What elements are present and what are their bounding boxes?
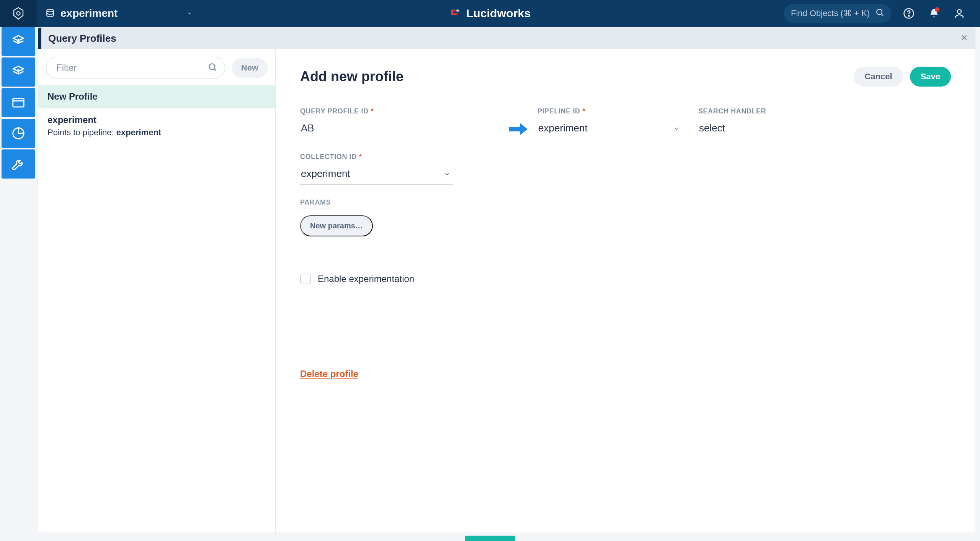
divider — [300, 258, 951, 258]
rail-collections[interactable] — [2, 88, 35, 117]
rail-ingest[interactable] — [2, 27, 35, 56]
sidebar: New New Profile experiment Points to pip… — [38, 49, 276, 533]
label-text: PIPELINE ID — [537, 107, 580, 115]
profile-list: New Profile experiment Points to pipelin… — [38, 84, 275, 144]
search-icon — [875, 8, 884, 19]
filter-input[interactable] — [46, 57, 225, 79]
query-profile-id-input[interactable] — [300, 119, 499, 139]
layers-down-icon — [11, 34, 26, 49]
left-rail — [0, 27, 37, 180]
topbar: experiment Lucidworks Find Objects (⌘ + … — [0, 0, 980, 27]
notification-dot-icon — [935, 7, 939, 12]
app-root: experiment Lucidworks Find Objects (⌘ + … — [0, 0, 980, 541]
product-logo[interactable] — [0, 0, 37, 27]
panel-header: Query Profiles — [38, 28, 975, 49]
account-button[interactable] — [952, 6, 967, 21]
form-row-1: QUERY PROFILE ID* PIPELINE ID* — [300, 107, 951, 139]
search-handler-input[interactable] — [698, 119, 951, 139]
panel: Query Profiles New — [38, 28, 975, 533]
params-label: PARAMS — [300, 198, 331, 208]
list-item-title: New Profile — [47, 91, 266, 102]
rail-analytics[interactable] — [2, 119, 35, 148]
checkbox-label: Enable experimentation — [318, 274, 414, 284]
new-button[interactable]: New — [232, 58, 268, 78]
find-objects-label: Find Objects (⌘ + K) — [791, 8, 870, 18]
panel-title: Query Profiles — [48, 33, 116, 44]
label-text: SEARCH HANDLER — [698, 107, 766, 115]
field-pipeline-id: PIPELINE ID* — [537, 107, 683, 139]
brand-mark-icon — [449, 8, 461, 19]
app-name: experiment — [60, 7, 118, 20]
svg-point-1 — [47, 9, 53, 12]
find-objects[interactable]: Find Objects (⌘ + K) — [784, 4, 891, 23]
label-text: QUERY PROFILE ID — [300, 107, 369, 115]
svg-point-4 — [908, 15, 910, 16]
database-icon — [45, 8, 55, 18]
required-mark: * — [583, 107, 586, 115]
required-mark: * — [359, 153, 362, 161]
save-button[interactable]: Save — [910, 67, 951, 87]
svg-point-7 — [209, 64, 215, 69]
svg-point-5 — [957, 10, 961, 13]
wrench-icon — [11, 157, 26, 171]
layers-up-icon — [11, 64, 26, 80]
search-icon — [207, 62, 217, 74]
checkbox[interactable] — [300, 274, 311, 284]
app-selector[interactable]: experiment — [37, 7, 201, 20]
list-item[interactable]: experiment Points to pipeline: experimen… — [38, 108, 275, 144]
arrow-icon — [499, 121, 537, 139]
pie-chart-icon — [11, 126, 26, 141]
brand-text: Lucidworks — [466, 7, 531, 20]
svg-rect-6 — [13, 98, 24, 107]
topbar-right: Find Objects (⌘ + K) — [784, 4, 980, 23]
list-item-sub-value: experiment — [116, 128, 161, 137]
rail-settings[interactable] — [2, 149, 35, 179]
filter-wrap — [46, 57, 225, 79]
field-label: QUERY PROFILE ID* — [300, 107, 499, 115]
svg-point-2 — [877, 9, 882, 15]
required-mark: * — [371, 107, 374, 115]
field-collection-id: COLLECTION ID* — [300, 153, 453, 185]
main-actions: Cancel Save — [854, 67, 951, 87]
field-search-handler: SEARCH HANDLER — [698, 107, 951, 139]
bottom-accent — [465, 536, 515, 541]
cancel-button[interactable]: Cancel — [854, 67, 903, 87]
user-icon — [954, 8, 965, 19]
sidebar-tools: New — [38, 49, 275, 84]
new-params-button[interactable]: New params… — [300, 215, 373, 236]
list-item[interactable]: New Profile — [38, 85, 275, 108]
chevron-down-icon — [443, 170, 451, 179]
list-item-sub-prefix: Points to pipeline: — [47, 128, 116, 137]
enable-experimentation-row[interactable]: Enable experimentation — [300, 274, 951, 284]
help-button[interactable] — [901, 6, 916, 21]
field-label: PIPELINE ID* — [537, 107, 683, 115]
delete-profile-link[interactable]: Delete profile — [300, 369, 358, 379]
caret-down-icon — [186, 7, 193, 20]
brand: Lucidworks — [449, 7, 531, 20]
close-button[interactable] — [960, 33, 969, 44]
close-icon — [960, 33, 969, 42]
field-label: SEARCH HANDLER — [698, 107, 951, 115]
main-header: Add new profile Cancel Save — [300, 67, 951, 87]
main: Add new profile Cancel Save QUERY PROFIL… — [276, 49, 975, 533]
pipeline-id-select[interactable] — [537, 119, 683, 139]
window-icon — [11, 95, 26, 110]
list-item-title: experiment — [47, 115, 266, 125]
list-item-subtitle: Points to pipeline: experiment — [47, 128, 266, 138]
hexagon-icon — [11, 7, 25, 20]
label-text: COLLECTION ID — [300, 153, 357, 161]
page-title: Add new profile — [300, 69, 403, 85]
collection-id-select[interactable] — [300, 165, 453, 185]
svg-point-0 — [17, 12, 20, 15]
notifications-button[interactable] — [926, 6, 942, 21]
panel-body: New New Profile experiment Points to pip… — [38, 49, 975, 533]
field-query-profile-id: QUERY PROFILE ID* — [300, 107, 499, 139]
help-icon — [903, 8, 915, 19]
field-label: COLLECTION ID* — [300, 153, 453, 161]
chevron-down-icon — [673, 125, 681, 134]
rail-query[interactable] — [2, 57, 35, 87]
